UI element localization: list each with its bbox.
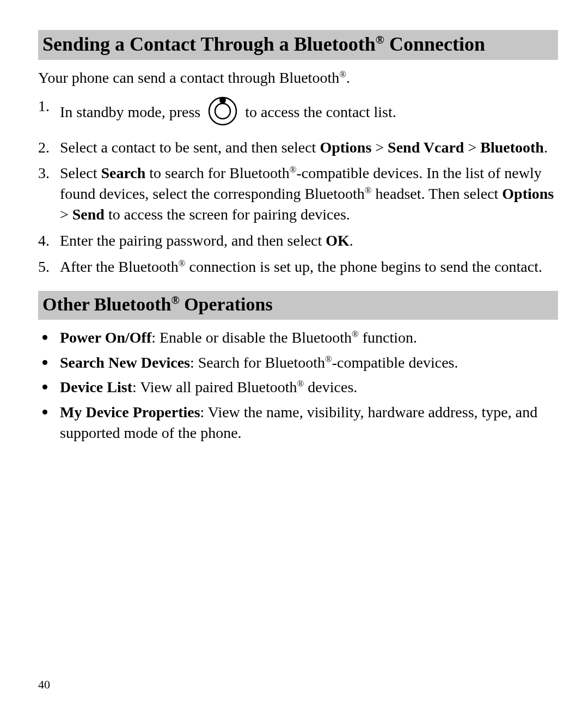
step2-gt1: > — [371, 139, 388, 156]
section1-heading-pre: Sending a Contact Through a Bluetooth — [42, 33, 376, 55]
intro-text: Your phone can send a contact through Bl… — [38, 69, 339, 86]
section1-heading: Sending a Contact Through a Bluetooth® C… — [38, 30, 558, 60]
svg-point-1 — [215, 103, 230, 119]
step2-post: . — [544, 139, 548, 156]
section2-heading-post: Operations — [180, 294, 273, 314]
step2-pre: Select a contact to be sent, and then se… — [60, 139, 320, 156]
bullet2-desc-post: -compatible devices. — [332, 354, 458, 371]
section2-heading: Other Bluetooth® Operations — [38, 291, 558, 320]
step-4: Enter the pairing password, and then sel… — [38, 230, 558, 251]
bullet3-desc-post: devices. — [304, 379, 357, 395]
bullet1-desc-pre: : Enable or disable the Bluetooth — [151, 329, 352, 346]
step3-post: to access the screen for pairing devices… — [105, 206, 350, 223]
manual-page: Sending a Contact Through a Bluetooth® C… — [0, 0, 588, 719]
section1-steps: In standby mode, press to access the con… — [38, 96, 558, 277]
bullet2-label: Search New Devices — [60, 354, 190, 371]
section2-heading-pre: Other Bluetooth — [42, 294, 171, 314]
bullet2-desc-pre: : Search for Bluetooth — [190, 354, 325, 371]
bullet-power-onoff: Power On/Off: Enable or disable the Blue… — [38, 327, 558, 348]
step4-post: . — [350, 232, 353, 249]
step3-send: Send — [72, 206, 105, 223]
step2-options: Options — [320, 139, 371, 156]
step-3: Select Search to search for Bluetooth®-c… — [38, 163, 558, 224]
bullet-device-list: Device List: View all paired Bluetooth® … — [38, 377, 558, 398]
section2-bullets: Power On/Off: Enable or disable the Blue… — [38, 327, 558, 443]
step1-pre: In standby mode, press — [60, 103, 204, 120]
step5-pre: After the Bluetooth — [60, 258, 179, 275]
intro-end: . — [346, 69, 350, 86]
step3-mid1: to search for Bluetooth — [145, 164, 289, 181]
svg-point-2 — [219, 97, 226, 103]
registered-mark: ® — [325, 354, 332, 364]
step3-mid3: headset. Then select — [372, 185, 503, 202]
registered-mark: ® — [352, 329, 359, 339]
step3-gt: > — [60, 206, 72, 223]
bullet4-label: My Device Properties — [60, 404, 200, 421]
registered-mark: ® — [171, 294, 179, 306]
bullet3-desc-pre: : View all paired Bluetooth — [132, 379, 297, 395]
step-2: Select a contact to be sent, and then se… — [38, 137, 558, 158]
step2-sendvcard: Send Vcard — [388, 139, 464, 156]
step-1: In standby mode, press to access the con… — [38, 96, 558, 132]
step5-post: connection is set up, the phone begins t… — [185, 258, 542, 275]
step3-options: Options — [502, 185, 554, 202]
section1-intro: Your phone can send a contact through Bl… — [38, 68, 558, 88]
step2-gt2: > — [464, 139, 480, 156]
page-number: 40 — [38, 678, 50, 692]
step-5: After the Bluetooth® connection is set u… — [38, 257, 558, 277]
registered-mark: ® — [179, 258, 186, 268]
step4-pre: Enter the pairing password, and then sel… — [60, 232, 326, 249]
registered-mark: ® — [376, 33, 384, 46]
section1-heading-post: Connection — [384, 33, 485, 55]
registered-mark: ® — [290, 164, 297, 175]
registered-mark: ® — [297, 379, 304, 389]
step3-search: Search — [101, 164, 145, 181]
step2-bluetooth: Bluetooth — [480, 139, 544, 156]
registered-mark: ® — [365, 185, 372, 196]
registered-mark: ® — [339, 69, 346, 80]
bullet1-desc-post: function. — [359, 329, 417, 346]
bullet3-label: Device List — [60, 379, 132, 395]
step1-post: to access the contact list. — [245, 103, 396, 120]
bullet1-label: Power On/Off — [60, 329, 151, 346]
step3-pre: Select — [60, 164, 101, 181]
nav-up-icon — [207, 96, 238, 132]
bullet-my-device-properties: My Device Properties: View the name, vis… — [38, 402, 558, 443]
step4-ok: OK — [326, 232, 350, 249]
bullet-search-devices: Search New Devices: Search for Bluetooth… — [38, 352, 558, 373]
